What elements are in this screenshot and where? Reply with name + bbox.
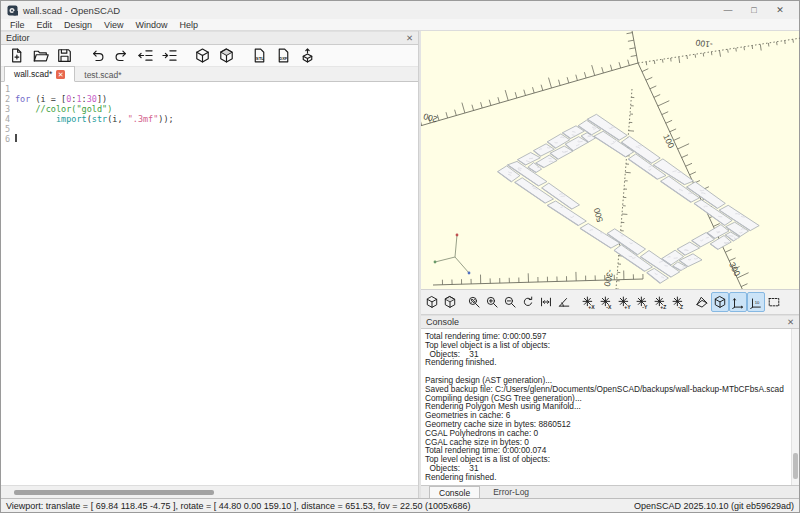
menu-edit[interactable]: Edit: [31, 20, 59, 30]
svg-text:STL: STL: [255, 56, 264, 61]
bottom-tab-console[interactable]: Console: [429, 486, 480, 498]
zoom-all-button[interactable]: [465, 292, 483, 312]
editor-tab-wall-scad[interactable]: wall.scad*✕: [4, 66, 75, 82]
svg-text:DXF: DXF: [279, 56, 288, 61]
maximize-button[interactable]: □: [741, 1, 767, 19]
indent-button[interactable]: [157, 46, 181, 66]
svg-text:-Z: -Z: [678, 304, 683, 309]
code-token: //color("gold"): [35, 104, 112, 114]
zoom-in-button[interactable]: [483, 292, 501, 312]
minimize-button[interactable]: —: [715, 1, 741, 19]
render-button[interactable]: [441, 292, 459, 312]
menu-file[interactable]: File: [4, 20, 31, 30]
svg-text:-X: -X: [606, 304, 612, 309]
console-vertical-scrollbar[interactable]: [791, 329, 799, 485]
line-number: 1: [1, 84, 15, 94]
menu-view[interactable]: View: [98, 20, 129, 30]
view-minus-x-button[interactable]: -X: [597, 292, 615, 312]
preview-button[interactable]: [190, 46, 214, 66]
open-file-button[interactable]: [28, 46, 52, 66]
code-token: ));: [158, 114, 173, 124]
view-selection-button[interactable]: [765, 292, 783, 312]
show-axes-button[interactable]: [729, 292, 747, 312]
console-tab-bar: ConsoleError-Log: [421, 485, 799, 498]
reset-view-button[interactable]: [519, 292, 537, 312]
scrollbar-thumb[interactable]: [14, 490, 214, 495]
menu-bar: FileEditDesignViewWindowHelp: [1, 19, 799, 31]
code-token: for: [15, 94, 35, 104]
view-plus-z-button[interactable]: +Z: [651, 292, 669, 312]
zoom-out-button[interactable]: [501, 292, 519, 312]
preview-button[interactable]: [423, 292, 441, 312]
viewport-dock: -100200100300500-300 +X-X+Y-Y+Z-Z10 Cons…: [421, 31, 799, 498]
zoom-out-icon: [503, 295, 517, 309]
undo-icon: [89, 47, 106, 64]
undo-button[interactable]: [85, 46, 109, 66]
measure-angle-button[interactable]: [555, 292, 573, 312]
menu-design[interactable]: Design: [58, 20, 98, 30]
code-token: import: [56, 114, 87, 124]
menu-window[interactable]: Window: [129, 20, 173, 30]
indent-icon: [161, 47, 178, 64]
code-line: 5: [1, 124, 418, 134]
line-number: 4: [1, 114, 15, 124]
version-status-text: OpenSCAD 2025.10.10 (git eb59629ad): [634, 501, 794, 511]
close-button[interactable]: ✕: [767, 1, 793, 19]
console-close-icon[interactable]: ✕: [787, 317, 794, 327]
svg-text:-100: -100: [695, 38, 714, 50]
status-bar: Viewport: translate = [ 69.84 118.45 -4.…: [1, 498, 799, 512]
viewport-status-text: Viewport: translate = [ 69.84 118.45 -4.…: [6, 501, 471, 511]
console-output: Total rendering time: 0:00:00.597 Top le…: [421, 329, 799, 482]
view-plus-y-button[interactable]: +Y: [615, 292, 633, 312]
editor-close-icon[interactable]: ✕: [406, 33, 413, 43]
console-panel-header: Console ✕: [421, 315, 799, 329]
axes10-icon: 10: [749, 295, 763, 309]
console-panel: Total rendering time: 0:00:00.597 Top le…: [421, 329, 799, 485]
code-editor[interactable]: 12for (i = [0:1:30])3 //color("gold")4 i…: [1, 82, 418, 485]
view-minus-z-button[interactable]: -Z: [669, 292, 687, 312]
svg-text:-Y: -Y: [642, 304, 648, 309]
cube-icon: [194, 47, 211, 64]
editor-horizontal-scrollbar[interactable]: [1, 485, 418, 498]
unindent-button[interactable]: [133, 46, 157, 66]
cube-render-icon: [218, 47, 235, 64]
code-token: (i,: [107, 114, 127, 124]
save-file-button[interactable]: [52, 46, 76, 66]
code-token: (i = [: [35, 94, 66, 104]
cube-icon: [425, 295, 439, 309]
render-button[interactable]: [214, 46, 238, 66]
export-dxf-button[interactable]: DXF: [271, 46, 295, 66]
menu-help[interactable]: Help: [173, 20, 204, 30]
editor-dock: Editor ✕ STLDXF wall.scad*✕test.scad* 12…: [1, 31, 419, 498]
show-scale-markers-button[interactable]: 10: [747, 292, 765, 312]
svg-text:500: 500: [591, 207, 605, 224]
unindent-icon: [137, 47, 154, 64]
3d-viewport[interactable]: -100200100300500-300: [421, 31, 799, 289]
tab-close-icon[interactable]: ✕: [56, 70, 65, 79]
axis-icon: -Y: [635, 295, 649, 309]
axis-icon: -Z: [671, 295, 685, 309]
view-minus-y-button[interactable]: -Y: [633, 292, 651, 312]
axis-icon: +Z: [653, 295, 667, 309]
redo-button[interactable]: [109, 46, 133, 66]
export-stl-button[interactable]: STL: [247, 46, 271, 66]
new-file-button[interactable]: [4, 46, 28, 66]
code-token: [15, 114, 56, 124]
print-3d-button[interactable]: [295, 46, 319, 66]
orthographic-button[interactable]: [711, 292, 729, 312]
line-number: 3: [1, 104, 15, 114]
perspective-icon: [695, 295, 709, 309]
perspective-button[interactable]: [693, 292, 711, 312]
svg-text:+X: +X: [588, 304, 595, 309]
editor-tab-test-scad[interactable]: test.scad*: [75, 68, 130, 82]
editor-panel-title: Editor: [6, 33, 30, 43]
view-plus-x-button[interactable]: +X: [579, 292, 597, 312]
svg-text:+Y: +Y: [624, 304, 631, 309]
console-panel-title: Console: [426, 317, 459, 327]
window-controls: —□✕: [715, 1, 793, 19]
bottom-tab-error-log[interactable]: Error-Log: [484, 486, 538, 498]
openscad-window: wall.scad - OpenSCAD —□✕ FileEditDesignV…: [0, 0, 800, 513]
measure-distance-button[interactable]: [537, 292, 555, 312]
scrollbar-thumb[interactable]: [793, 453, 798, 479]
editor-toolbar: STLDXF: [1, 45, 418, 67]
